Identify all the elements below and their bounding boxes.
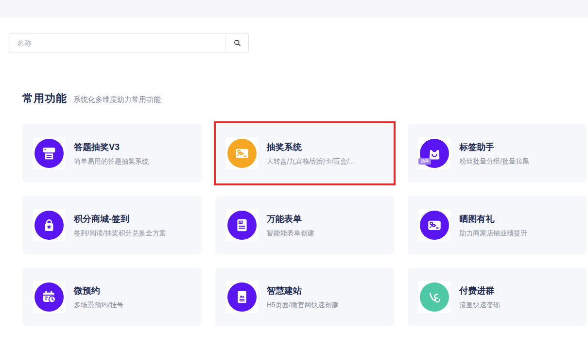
feature-icon-circle xyxy=(420,282,449,312)
feature-card[interactable]: 智慧建站 H5页面/微官网快速创建 xyxy=(215,268,395,326)
feature-icon-tile: 助手 xyxy=(418,137,450,169)
gift-icon xyxy=(426,216,443,234)
feature-card-text: 抽奖系统 大转盘/九宫格/刮刮卡/盲盒/... xyxy=(267,141,355,166)
feature-card-title: 付费进群 xyxy=(459,285,500,297)
feature-icon-tile xyxy=(226,209,258,241)
feature-card-text: 微预约 多场景预约/挂号 xyxy=(74,285,123,310)
feature-icon-tile xyxy=(226,137,258,169)
feature-card-text: 答题抽奖V3 简单易用的答题抽奖系统 xyxy=(74,141,149,166)
feature-card-text: 智慧建站 H5页面/微官网快速创建 xyxy=(267,285,339,310)
section-header: 常用功能 系统化多维度助力常用功能 xyxy=(22,91,588,106)
v-refresh-icon xyxy=(426,288,443,306)
section-subtitle: 系统化多维度助力常用功能 xyxy=(73,95,161,104)
form-icon xyxy=(233,216,251,234)
feature-card[interactable]: 微预约 多场景预约/挂号 xyxy=(22,268,202,326)
feature-card-desc: 智能能表单创建 xyxy=(267,229,314,238)
feature-card-desc: 助力商家店铺业绩提升 xyxy=(459,229,527,238)
search-button[interactable] xyxy=(225,33,248,52)
page: { "colors": { "topbar_bg": "#f7f7f9", "c… xyxy=(0,0,588,364)
feature-card-title: 标签助手 xyxy=(459,141,529,153)
feature-icon-tile xyxy=(33,281,65,313)
feature-card-title: 万能表单 xyxy=(267,213,314,225)
feature-card-title: 微预约 xyxy=(74,285,123,297)
feature-card-text: 万能表单 智能能表单创建 xyxy=(267,213,314,238)
feature-card-desc: 多场景预约/挂号 xyxy=(74,301,123,310)
feature-card-grid: 答题抽奖V3 简单易用的答题抽奖系统 抽奖系统 大转盘/九宫格/刮刮卡/盲盒/.… xyxy=(22,124,587,326)
feature-card-title: 答题抽奖V3 xyxy=(74,141,149,153)
feature-icon-tile xyxy=(226,281,258,313)
feature-card[interactable]: 万能表单 智能能表单创建 xyxy=(215,196,395,254)
feature-card[interactable]: 答题抽奖V3 简单易用的答题抽奖系统 xyxy=(22,124,202,182)
feature-card-text: 积分商城-签到 签到/阅读/抽奖积分兑换全方案 xyxy=(74,213,166,238)
search-icon xyxy=(233,38,242,48)
printer-icon xyxy=(40,145,58,162)
feature-icon-tile xyxy=(33,137,65,169)
feature-card-desc: 大转盘/九宫格/刮刮卡/盲盒/... xyxy=(267,157,355,166)
search-input[interactable] xyxy=(10,33,225,52)
feature-card-text: 晒图有礼 助力商家店铺业绩提升 xyxy=(459,213,527,238)
feature-icon-circle xyxy=(35,282,64,312)
feature-card-text: 付费进群 流量快速变现 xyxy=(459,285,500,310)
feature-icon-circle xyxy=(35,139,64,168)
feature-icon-circle xyxy=(227,139,257,168)
feature-card[interactable]: 抽奖系统 大转盘/九宫格/刮刮卡/盲盒/... xyxy=(215,124,395,182)
feature-card-desc: 流量快速变现 xyxy=(459,301,500,310)
feature-icon-circle: 助手 xyxy=(420,139,449,168)
feature-icon-circle xyxy=(227,211,257,240)
feature-icon-circle xyxy=(35,211,64,240)
feature-card-title: 抽奖系统 xyxy=(267,141,355,153)
feature-icon-circle xyxy=(420,211,449,240)
feature-card[interactable]: 积分商城-签到 签到/阅读/抽奖积分兑换全方案 xyxy=(22,196,202,254)
feature-icon-tile xyxy=(418,209,450,241)
feature-card-text: 标签助手 粉丝批量分组/批量拉黑 xyxy=(459,141,529,166)
feature-icon-tile xyxy=(33,209,65,241)
feature-card[interactable]: 晒图有礼 助力商家店铺业绩提升 xyxy=(408,196,587,254)
icon-badge: 助手 xyxy=(418,158,431,165)
feature-card-title: 积分商城-签到 xyxy=(74,213,166,225)
content-area: 常用功能 系统化多维度助力常用功能 答题抽奖V3 简单易用的答题抽奖系统 xyxy=(0,33,588,326)
feature-card[interactable]: 助手 标签助手 粉丝批量分组/批量拉黑 xyxy=(408,124,587,182)
feature-card-title: 晒图有礼 xyxy=(459,213,527,225)
feature-card-desc: 简单易用的答题抽奖系统 xyxy=(74,157,149,166)
calendar-clock-icon xyxy=(40,288,58,306)
feature-card-desc: 签到/阅读/抽奖积分兑换全方案 xyxy=(74,229,166,238)
feature-card-title: 智慧建站 xyxy=(267,285,339,297)
gift-icon xyxy=(233,145,251,162)
feature-card-desc: H5页面/微官网快速创建 xyxy=(267,301,339,310)
section-title: 常用功能 xyxy=(22,91,67,106)
feature-icon-circle xyxy=(227,282,257,312)
feature-icon-tile xyxy=(418,281,450,313)
feature-card[interactable]: 付费进群 流量快速变现 xyxy=(408,268,587,326)
bag-star-icon xyxy=(40,216,58,234)
page-image-icon xyxy=(233,288,251,306)
feature-card-desc: 粉丝批量分组/批量拉黑 xyxy=(459,157,529,166)
top-header-bar xyxy=(0,0,588,17)
search-box xyxy=(10,33,249,52)
